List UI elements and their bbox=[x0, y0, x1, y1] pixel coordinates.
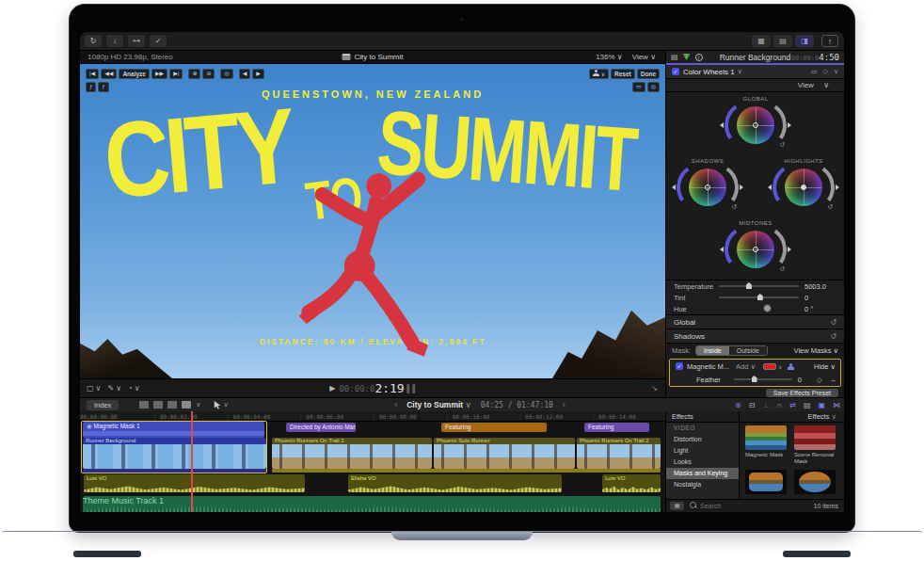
view-dropdown[interactable]: View ∨ bbox=[632, 53, 656, 61]
chevron-down-icon[interactable]: ∨ bbox=[738, 68, 742, 75]
effect-thumb-scene-removal[interactable] bbox=[794, 425, 836, 450]
inspector-toggle-button[interactable]: ◨ bbox=[795, 35, 814, 47]
category-distortion[interactable]: Distortion bbox=[666, 434, 739, 445]
chevron-down-icon[interactable]: ∨ bbox=[196, 401, 200, 409]
browser-grid-button[interactable]: ▦ bbox=[752, 35, 771, 47]
title-clip-featuring-2[interactable]: Featuring bbox=[584, 423, 649, 432]
effects-grid-header[interactable]: Effects ∨ bbox=[740, 411, 844, 422]
person-mask-icon[interactable] bbox=[788, 363, 794, 370]
appearance-icon-1[interactable] bbox=[139, 401, 149, 409]
appearance-icon-2[interactable] bbox=[153, 401, 163, 409]
audio-meter-right[interactable] bbox=[413, 384, 416, 393]
trim-icon[interactable]: ⊟ bbox=[749, 401, 756, 409]
category-masks-and-keying[interactable]: Masks and Keying bbox=[666, 468, 739, 479]
video-clip-phoenix-runners-2[interactable]: Phoenix Runners On Trail 2 bbox=[577, 438, 661, 469]
section-shadows[interactable]: Shadows ↺ bbox=[666, 329, 844, 343]
reset-icon[interactable]: ↺ bbox=[827, 203, 833, 211]
audio-clip-elisha-vo[interactable]: Elisha VO bbox=[348, 474, 562, 492]
reset-icon[interactable]: ↺ bbox=[779, 265, 785, 273]
expand-meters-icon[interactable]: ↘ bbox=[651, 384, 658, 393]
background-tasks-button[interactable]: ✓ bbox=[150, 35, 167, 47]
nav-forward-button[interactable]: › bbox=[563, 400, 566, 409]
effects-browser-icon[interactable]: ▣ bbox=[818, 401, 825, 409]
reset-button[interactable]: Reset bbox=[611, 69, 635, 79]
effect-thumb-draw-mask[interactable] bbox=[745, 470, 787, 494]
go-end-button[interactable]: ▶| bbox=[169, 69, 183, 79]
stroke-tool-button[interactable]: ƒ bbox=[86, 82, 96, 92]
keyframe-icon[interactable]: ◇ bbox=[817, 376, 822, 384]
playhead[interactable] bbox=[191, 411, 193, 512]
mask-enabled-checkbox[interactable]: ✓ bbox=[676, 362, 683, 370]
screen-icon[interactable]: ▭ bbox=[811, 68, 818, 75]
feather-slider[interactable] bbox=[734, 378, 792, 380]
save-effects-preset-button[interactable]: Save Effects Preset bbox=[766, 389, 838, 397]
effects-tool-dropdown[interactable]: ✎∨ bbox=[107, 384, 121, 393]
download-button[interactable]: ↓ bbox=[106, 35, 123, 47]
music-clip-theme-track[interactable]: Theme Music Track 1 bbox=[83, 496, 661, 512]
magnetic-mask-row[interactable]: ✓ Magnetic M... Add ∨ ∨ Hide ∨ bbox=[670, 360, 840, 373]
chevron-down-icon[interactable]: ∨ bbox=[778, 363, 782, 370]
retime-dropdown[interactable]: ◔∨ bbox=[128, 384, 140, 393]
zoom-in-button[interactable]: ⊕ bbox=[188, 69, 200, 79]
grid-toggle-button[interactable]: ◎ bbox=[647, 82, 660, 92]
letterbox-toggle-button[interactable]: ▭ bbox=[632, 82, 645, 92]
nav-back-button[interactable]: ‹ bbox=[394, 400, 397, 409]
appearance-icon-3[interactable] bbox=[167, 401, 177, 409]
next-frame-button[interactable]: ▶ bbox=[252, 69, 264, 79]
done-button[interactable]: Done bbox=[637, 69, 660, 79]
reset-icon[interactable]: ↺ bbox=[779, 141, 785, 149]
go-start-button[interactable]: |◀ bbox=[86, 69, 99, 79]
audio-clip-luis-vo-1[interactable]: Luis VO bbox=[84, 474, 305, 492]
temperature-slider[interactable] bbox=[719, 285, 799, 287]
transform-tool-dropdown[interactable]: ▢∨ bbox=[87, 384, 101, 393]
hue-dial[interactable] bbox=[719, 308, 799, 310]
person-select-button[interactable]: ∨ bbox=[589, 69, 609, 79]
next-keyframe-icon[interactable]: → bbox=[830, 376, 837, 384]
media-browser-icon[interactable]: ▤ bbox=[804, 401, 811, 409]
category-video[interactable]: VIDEO bbox=[666, 423, 739, 434]
reset-icon[interactable]: ↺ bbox=[830, 318, 836, 327]
audio-meter-left[interactable] bbox=[407, 384, 410, 393]
share-button[interactable]: ↑ bbox=[821, 35, 838, 47]
timeline-panel[interactable]: 00:00:00:00 00:00:02:00 00:00:04:00 00:0… bbox=[80, 411, 665, 512]
step-forward-button[interactable]: ▶▶ bbox=[151, 69, 167, 79]
mask-color-swatch[interactable] bbox=[763, 363, 776, 370]
zoom-out-button[interactable]: ⊖ bbox=[202, 69, 215, 79]
chevron-down-icon[interactable]: ∨ bbox=[834, 68, 838, 75]
effect-row-color-wheels[interactable]: ✓ Color Wheels 1 ∨ ▭ ◇ ∨ bbox=[666, 65, 844, 79]
position-icon[interactable]: ⊥ bbox=[762, 401, 769, 409]
video-clip-phoenix-runners-1[interactable]: Phoenix Runners On Trail 2 bbox=[272, 438, 432, 469]
video-clip-runner-background[interactable]: Runner Background bbox=[83, 438, 266, 469]
mask-outside-button[interactable]: Outside bbox=[729, 346, 767, 355]
title-clip-directed-by[interactable]: Directed by Antonio Manriquez bbox=[286, 423, 356, 432]
video-clip-phoenix-solo[interactable]: Phoenix Solo Runner bbox=[434, 438, 575, 469]
stroke-add-tool-button[interactable]: ƒ bbox=[98, 82, 108, 92]
viewer-canvas[interactable]: QUEENSTOWN, NEW ZEALAND CITY TO SUMMIT D… bbox=[80, 64, 665, 378]
color-inspector-icon[interactable] bbox=[683, 54, 691, 60]
step-back-button[interactable]: ◀◀ bbox=[101, 69, 117, 79]
category-light[interactable]: Light bbox=[666, 445, 739, 457]
prev-frame-button[interactable]: ◀ bbox=[239, 69, 251, 79]
reset-icon[interactable]: ↺ bbox=[830, 332, 836, 341]
play-icon[interactable]: ▶ bbox=[329, 384, 335, 393]
select-tool-dropdown[interactable]: ∨ bbox=[214, 400, 228, 409]
category-looks[interactable]: Looks bbox=[666, 457, 739, 468]
mask-add-stepper[interactable]: Add ∨ bbox=[736, 362, 756, 371]
solo-headphones-icon[interactable]: ∩ bbox=[776, 401, 782, 409]
info-inspector-icon[interactable]: i bbox=[695, 54, 703, 61]
wheels-view-dropdown[interactable]: View ∨ bbox=[798, 81, 836, 89]
analyze-button[interactable]: Analyze bbox=[119, 69, 150, 79]
snapping-icon[interactable]: ⇄ bbox=[789, 401, 796, 409]
project-dropdown[interactable]: City to Summit ∨ bbox=[406, 400, 471, 409]
appearance-icon-4[interactable] bbox=[182, 401, 191, 409]
mask-hide-dropdown[interactable]: Hide ∨ bbox=[814, 362, 836, 371]
keyframe-icon[interactable]: ◇ bbox=[822, 68, 827, 75]
title-clip-featuring-1[interactable]: Featuring bbox=[441, 423, 547, 432]
transitions-browser-icon[interactable]: ⋈ bbox=[833, 401, 840, 409]
video-inspector-icon[interactable]: ▤ bbox=[671, 53, 678, 61]
effect-thumb-shape-mask[interactable] bbox=[794, 470, 836, 494]
effects-search-input[interactable]: Search bbox=[700, 503, 721, 509]
timeline-ruler[interactable]: 00:00:00:00 00:00:02:00 00:00:04:00 00:0… bbox=[80, 411, 665, 422]
reset-icon[interactable]: ↺ bbox=[731, 203, 737, 211]
color-wheel-global[interactable]: GLOBAL ↺ bbox=[727, 96, 784, 147]
